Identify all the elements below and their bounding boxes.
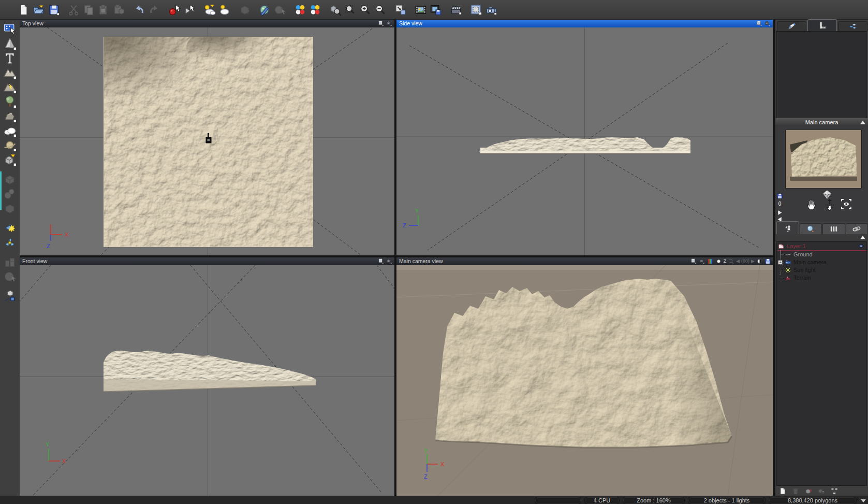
render-icon[interactable] <box>415 4 427 16</box>
viewport-top-titlebar[interactable]: Top view <box>20 20 394 27</box>
effects-tab[interactable] <box>838 21 867 31</box>
look-at-icon[interactable] <box>840 198 853 210</box>
terrain-item-icon <box>785 275 792 281</box>
view-display-options-icon[interactable] <box>699 258 705 265</box>
light-icon[interactable] <box>3 221 17 235</box>
new-object-icon[interactable] <box>778 487 787 495</box>
viewport-side-canvas[interactable]: Y Z <box>396 27 773 255</box>
load-object-icon[interactable]: ? <box>804 487 813 495</box>
viewport-top-canvas[interactable]: X Z <box>20 27 394 255</box>
pan-hand-icon[interactable] <box>805 198 819 211</box>
cloud-icon[interactable] <box>3 124 17 137</box>
properties-panel <box>776 31 867 118</box>
play-preview-icon[interactable] <box>776 209 782 214</box>
toolbar-group <box>68 4 125 16</box>
objects-tab[interactable] <box>776 221 799 234</box>
maximize-view-icon[interactable] <box>756 20 763 27</box>
viewport-camera-canvas[interactable]: y X Z <box>396 265 773 496</box>
paint-tab[interactable] <box>777 21 806 31</box>
planet-icon[interactable] <box>3 138 17 152</box>
collapse-preview-icon[interactable] <box>860 121 865 124</box>
region-render-icon[interactable] <box>470 4 482 16</box>
application-window: ? Top view <box>0 0 868 504</box>
maximize-view-icon[interactable] <box>378 20 385 27</box>
redo-icon <box>148 4 160 16</box>
import-object-icon[interactable] <box>3 153 17 166</box>
smart-drop-icon[interactable] <box>183 4 196 16</box>
load-atmosphere-icon[interactable] <box>218 4 231 16</box>
view-display-options-icon[interactable] <box>764 20 771 27</box>
status-cpu: 4 CPU <box>584 497 620 504</box>
browser-item-ground[interactable]: Ground <box>777 251 866 258</box>
side-view-terrain <box>479 124 692 161</box>
contrast-icon[interactable] <box>756 258 763 265</box>
viewport-camera-titlebar[interactable]: Main camera view Z◀(00)▶ <box>396 257 773 265</box>
material-editor-icon[interactable] <box>259 4 271 16</box>
layer-row[interactable]: Layer 1 <box>777 242 866 251</box>
render-options-icon[interactable] <box>309 4 321 16</box>
side-view-axis-gizmo: Y Z <box>403 207 436 238</box>
view-display-options-icon[interactable] <box>386 258 393 265</box>
zoom-in-icon[interactable] <box>359 4 372 16</box>
viewport-top-title-icons <box>378 20 393 27</box>
functions-tab[interactable] <box>822 223 845 234</box>
viewport-front-titlebar[interactable]: Front view <box>20 257 394 265</box>
toolbar-group <box>168 4 196 16</box>
viewport-side-titlebar[interactable]: Side view <box>396 20 773 27</box>
browser-item-sun-light[interactable]: Sun light <box>777 266 866 274</box>
links-tab[interactable] <box>846 223 868 234</box>
right-panel: Main camera 0 <box>775 20 868 496</box>
rock-icon[interactable] <box>3 109 17 123</box>
display-options-icon[interactable] <box>294 4 306 16</box>
toolbar-group <box>415 4 442 16</box>
zoom-region-icon[interactable] <box>344 4 357 16</box>
z-depth-icon[interactable]: Z <box>724 258 727 265</box>
camera-object-marker[interactable] <box>203 133 214 146</box>
save-render-icon[interactable] <box>430 4 442 16</box>
save-file-icon[interactable] <box>48 4 60 16</box>
viewport-front-canvas[interactable]: Y X <box>20 265 394 496</box>
sidebar-tool-group <box>3 290 17 303</box>
heightfield-terrain-icon[interactable] <box>3 66 17 79</box>
atmosphere-editor-icon[interactable] <box>203 4 216 16</box>
ventilator-icon[interactable] <box>3 236 17 249</box>
undo-icon[interactable] <box>133 4 145 16</box>
rewind-preview-icon[interactable] <box>776 216 782 221</box>
rgb-channels-icon[interactable] <box>707 258 714 265</box>
maximize-view-icon[interactable] <box>690 258 697 265</box>
move-vertical-icon[interactable] <box>823 197 836 212</box>
zoom-out-icon[interactable] <box>374 4 387 16</box>
layer-visibility-eye-icon[interactable] <box>857 243 865 249</box>
camera-view-axis-gizmo: y X Z <box>418 445 449 483</box>
select-objects-icon[interactable] <box>3 22 17 36</box>
zoom-object-icon[interactable] <box>329 4 342 16</box>
materials-tab[interactable] <box>800 223 822 234</box>
alpha-channel-icon[interactable] <box>715 258 722 265</box>
polygon-display-dropdown-icon[interactable] <box>861 499 866 502</box>
link-objects-icon[interactable] <box>3 290 17 303</box>
save-preview-icon[interactable] <box>776 193 783 199</box>
drop-object-icon[interactable] <box>168 4 181 16</box>
procedural-terrain-icon[interactable] <box>3 80 17 94</box>
camera-preview-header[interactable]: Main camera <box>775 118 868 126</box>
toolbar-group <box>203 4 231 16</box>
numerics-tab[interactable] <box>807 19 837 31</box>
viewport-top-title: Top view <box>22 20 43 26</box>
save-view-icon[interactable] <box>764 258 771 265</box>
browser-collapse-bar[interactable] <box>775 234 868 241</box>
group-objects-icon[interactable] <box>830 487 838 495</box>
open-file-icon[interactable] <box>33 4 45 16</box>
view-display-options-icon[interactable] <box>386 20 393 27</box>
browser-item-main-camera[interactable]: Main camera <box>777 258 866 266</box>
text-object-icon[interactable] <box>3 51 17 65</box>
camera-preview-thumbnail[interactable] <box>785 129 862 189</box>
browser-item-terrain[interactable]: Terrain <box>777 274 866 282</box>
plant-icon[interactable] <box>3 95 17 108</box>
collapse-browser-icon[interactable] <box>860 236 865 239</box>
fit-view-icon[interactable] <box>394 4 407 16</box>
render-camera-icon[interactable] <box>485 4 497 16</box>
animation-wizard-icon[interactable] <box>450 4 462 16</box>
primitives-icon[interactable] <box>3 37 17 50</box>
new-scene-icon[interactable] <box>18 4 30 16</box>
maximize-view-icon[interactable] <box>378 258 385 265</box>
